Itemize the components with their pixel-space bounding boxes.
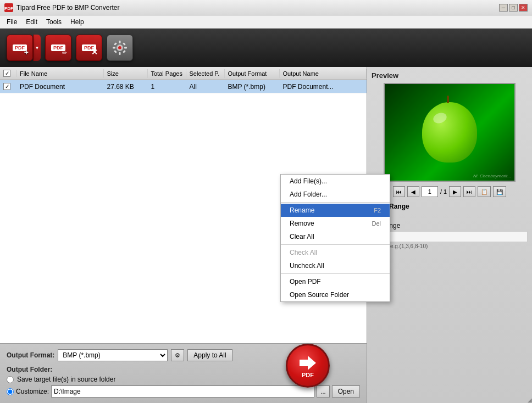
menu-help[interactable]: Help (66, 17, 88, 27)
row-totalpages: 1 (148, 82, 186, 92)
settings-button[interactable] (107, 35, 133, 61)
apple-shape (422, 102, 477, 163)
page-range-range-row: Range (372, 222, 528, 230)
page-range-input[interactable] (372, 231, 528, 242)
header-outputformat: Output Format (225, 69, 280, 78)
row-filename: PDF Document (16, 82, 104, 92)
resize-grip[interactable]: ◢ (525, 396, 532, 403)
save-source-label: Save target file(s) in source folder (17, 376, 115, 383)
menu-file[interactable]: File (2, 17, 21, 27)
remove-pdf-button[interactable]: PDF ✕ (76, 35, 102, 61)
save-image-button[interactable]: 💾 (493, 186, 506, 197)
copy-button[interactable]: 📋 (478, 186, 491, 197)
ctx-clear-all[interactable]: Clear All (281, 230, 390, 243)
row-selectedp: All (186, 82, 225, 92)
window-title: Tipard Free PDF to BMP Converter (16, 4, 499, 12)
menu-tools[interactable]: Tools (42, 17, 66, 27)
context-menu: Add File(s)... Add Folder... Rename F2 R… (280, 174, 390, 302)
page-range-hint: Pages: e.g.(1,3,6,8-10) (372, 243, 528, 249)
close-button[interactable]: ✕ (519, 4, 528, 12)
page-range-section: Page Range All Range Pages: e.g.(1,3,6,8… (372, 203, 528, 249)
table-row[interactable]: PDF Document 27.68 KB 1 All BMP (*.bmp) … (0, 80, 367, 93)
ctx-add-files[interactable]: Add File(s)... (281, 175, 390, 188)
svg-point-12 (118, 46, 121, 49)
output-folder-label: Output Folder: (7, 366, 52, 373)
row-checkbox[interactable] (3, 83, 10, 90)
main-content: File Name Size Total Pages Selected P. O… (0, 67, 532, 403)
ctx-check-all: Check All (281, 246, 390, 259)
edit-pdf-button[interactable]: PDF ✏ (45, 35, 71, 61)
add-pdf-icon: PDF + (7, 35, 33, 61)
open-button[interactable]: Open (332, 385, 360, 398)
preview-image: Nl. Chenboyrnarlt... (384, 83, 516, 182)
convert-button-area: PDF (286, 344, 330, 388)
image-watermark: Nl. Chenboyrnarlt... (473, 173, 511, 178)
remove-pdf-icon: PDF ✕ (76, 35, 102, 61)
folder-path-input[interactable] (51, 385, 314, 398)
app-icon: PDF (4, 3, 13, 12)
ctx-separator-2 (281, 244, 390, 245)
apple-highlight (432, 111, 448, 125)
ctx-open-source-folder[interactable]: Open Source Folder (281, 288, 390, 301)
window-controls[interactable]: ─ □ ✕ (499, 4, 528, 12)
output-format-settings-button[interactable]: ⚙ (171, 349, 184, 361)
row-outputformat: BMP (*.bmp) (225, 82, 280, 92)
convert-button[interactable]: PDF (286, 344, 330, 388)
ctx-open-pdf[interactable]: Open PDF (281, 275, 390, 288)
header-selectedp: Selected P. (186, 69, 225, 78)
ctx-separator-3 (281, 273, 390, 274)
page-range-title: Page Range (372, 203, 528, 210)
add-pdf-dropdown-arrow[interactable]: ▼ (33, 35, 41, 61)
ctx-uncheck-all[interactable]: Uncheck All (281, 259, 390, 272)
svg-rect-6 (124, 47, 127, 49)
add-pdf-button[interactable]: PDF + ▼ (7, 35, 41, 61)
header-filename: File Name (16, 69, 104, 78)
header-outputname: Output Name (280, 69, 367, 78)
prev-page-button[interactable]: ◀ (407, 186, 419, 197)
current-page-input[interactable] (422, 186, 438, 197)
total-pages-display: / 1 (440, 188, 447, 195)
apple-stem (447, 96, 449, 103)
svg-rect-5 (113, 47, 115, 49)
apply-to-all-button[interactable]: Apply to All (187, 349, 232, 361)
ctx-rename[interactable]: Rename F2 (281, 204, 390, 217)
svg-rect-8 (123, 42, 126, 46)
page-range-all-row: All (372, 212, 528, 220)
ctx-add-folder[interactable]: Add Folder... (281, 188, 390, 201)
gear-icon (107, 35, 133, 61)
maximize-button[interactable]: □ (509, 4, 518, 12)
table-header: File Name Size Total Pages Selected P. O… (0, 67, 367, 80)
ctx-remove[interactable]: Remove Del (281, 217, 390, 230)
menu-bar: File Edit Tools Help (0, 15, 532, 29)
preview-title: Preview (372, 71, 528, 80)
customize-radio[interactable] (7, 388, 14, 395)
row-size: 27.68 KB (104, 82, 148, 92)
svg-rect-7 (114, 42, 117, 46)
select-all-checkbox[interactable] (3, 70, 10, 77)
ctx-separator-1 (281, 202, 390, 203)
header-totalpages: Total Pages (148, 69, 186, 78)
header-check[interactable] (0, 70, 16, 77)
title-bar: PDF Tipard Free PDF to BMP Converter ─ □… (0, 0, 532, 15)
menu-edit[interactable]: Edit (21, 17, 42, 27)
header-size: Size (104, 69, 148, 78)
apple-artwork: Nl. Chenboyrnarlt... (385, 84, 514, 181)
row-check[interactable] (0, 83, 16, 90)
next-page-button[interactable]: ▶ (449, 186, 461, 197)
save-source-radio[interactable] (7, 376, 14, 383)
svg-rect-3 (119, 41, 121, 43)
first-page-button[interactable]: ⏮ (393, 186, 405, 197)
row-outputname: PDF Document... (280, 82, 367, 92)
last-page-button[interactable]: ⏭ (463, 186, 475, 197)
output-format-label: Output Format: (7, 351, 54, 359)
svg-rect-9 (114, 50, 117, 53)
preview-panel: Preview Nl. Chenboyrnarlt... ⏮ ◀ / 1 ▶ ⏭… (367, 67, 532, 403)
toolbar: PDF + ▼ PDF ✏ PDF ✕ (0, 29, 532, 67)
output-format-select[interactable]: BMP (*.bmp) (58, 349, 168, 361)
preview-navigation: ⏮ ◀ / 1 ▶ ⏭ 📋 💾 (372, 186, 528, 197)
svg-rect-10 (123, 50, 126, 53)
edit-pdf-icon: PDF ✏ (45, 35, 71, 61)
minimize-button[interactable]: ─ (499, 4, 508, 12)
svg-text:PDF: PDF (4, 6, 13, 11)
svg-rect-4 (119, 52, 121, 55)
